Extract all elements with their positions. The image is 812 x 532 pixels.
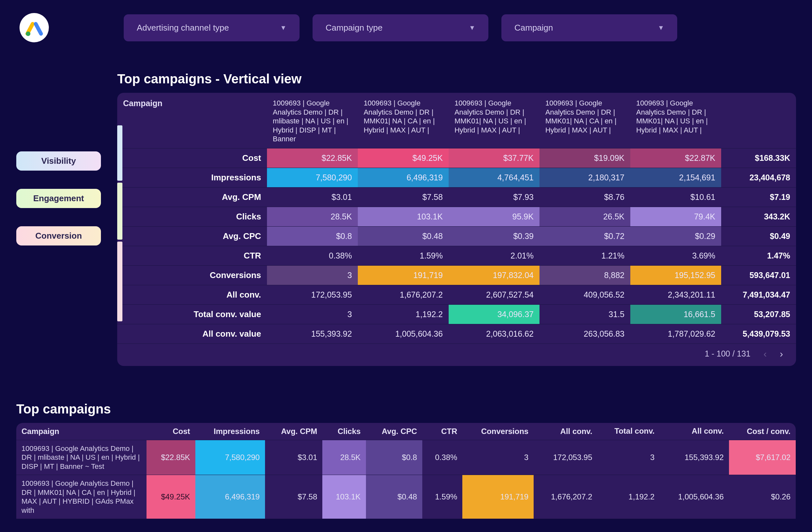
horizontal-campaign-table: Campaign Cost Impressions Avg. CPM Click…	[16, 423, 796, 519]
col-header[interactable]: 1009693 | Google Analytics Demo | DR | m…	[267, 93, 358, 148]
col-header[interactable]: 1009693 | Google Analytics Demo | DR | M…	[449, 93, 539, 148]
hcol[interactable]: All conv.	[534, 423, 597, 440]
filter-label: Campaign	[514, 23, 553, 33]
filter-label: Campaign type	[325, 23, 382, 33]
row-header-allconv: All conv.	[117, 285, 267, 304]
col-header[interactable]: 1009693 | Google Analytics Demo | DR | M…	[358, 93, 449, 148]
hcol[interactable]: All conv.	[659, 423, 729, 440]
row-header-cpc: Avg. CPC	[117, 226, 267, 246]
col-header[interactable]: 1009693 | Google Analytics Demo | DR | M…	[630, 93, 721, 148]
row-header-impressions: Impressions	[117, 168, 267, 187]
table-row: Clicks 28.5K 103.1K 95.9K 26.5K 79.4K 34…	[117, 207, 796, 226]
vertical-campaign-table: Campaign 1009693 | Google Analytics Demo…	[117, 93, 796, 366]
section-title-horizontal: Top campaigns	[16, 402, 812, 416]
table-row: Cost $22.85K $49.25K $37.77K $19.09K $22…	[117, 148, 796, 168]
row-header-cpm: Avg. CPM	[117, 187, 267, 207]
table-row: 1009693 | Google Analytics Demo | DR | m…	[16, 440, 796, 475]
filter-channel-type[interactable]: Advertising channel type ▼	[124, 14, 300, 41]
hcol[interactable]: Total conv.	[597, 423, 659, 440]
pager-range: 1 - 100 / 131	[705, 349, 751, 358]
category-bars	[117, 125, 122, 321]
filter-campaign[interactable]: Campaign ▼	[502, 14, 677, 41]
chevron-down-icon: ▼	[658, 24, 664, 32]
filter-label: Advertising channel type	[137, 23, 229, 33]
table-row: Conversions 3 191,719 197,832.04 8,882 1…	[117, 265, 796, 285]
hcol[interactable]: Clicks	[322, 423, 366, 440]
svg-point-0	[26, 32, 30, 36]
table-row: CTR 0.38% 1.59% 2.01% 1.21% 3.69% 1.47%	[117, 246, 796, 265]
row-header-acval: All conv. value	[117, 324, 267, 344]
table-row: 1009693 | Google Analytics Demo | DR | M…	[16, 475, 796, 519]
table-row: Avg. CPM $3.01 $7.58 $7.93 $8.76 $10.61 …	[117, 187, 796, 207]
row-header-tcval: Total conv. value	[117, 304, 267, 324]
category-pill-conversion: Conversion	[16, 226, 101, 245]
col-header-total	[721, 93, 796, 148]
hcol[interactable]: Cost / conv.	[729, 423, 796, 440]
table-row: All conv. 172,053.95 1,676,207.2 2,607,5…	[117, 285, 796, 304]
table-row: Total conv. value 3 1,192.2 34,096.37 31…	[117, 304, 796, 324]
filter-campaign-type[interactable]: Campaign type ▼	[313, 14, 488, 41]
row-header-clicks: Clicks	[117, 207, 267, 226]
campaign-name[interactable]: 1009693 | Google Analytics Demo | DR | M…	[16, 475, 146, 519]
chevron-down-icon: ▼	[469, 24, 475, 32]
category-pill-engagement: Engagement	[16, 189, 101, 208]
row-header-cost: Cost	[117, 148, 267, 168]
hcol[interactable]: Avg. CPC	[366, 423, 422, 440]
table-pager: 1 - 100 / 131 ‹ ›	[117, 344, 796, 366]
table-row: Impressions 7,580,290 6,496,319 4,764,45…	[117, 168, 796, 187]
pager-next-icon[interactable]: ›	[780, 348, 783, 359]
hcol[interactable]: Cost	[146, 423, 195, 440]
table-row: Avg. CPC $0.8 $0.48 $0.39 $0.72 $0.29 $0…	[117, 226, 796, 246]
section-title-vertical: Top campaigns - Vertical view	[117, 72, 812, 86]
category-pill-visibility: Visibility	[16, 152, 101, 171]
hcol[interactable]: Impressions	[195, 423, 265, 440]
google-ads-logo-icon	[19, 13, 49, 42]
row-header-ctr: CTR	[117, 246, 267, 265]
table-row: All conv. value 155,393.92 1,005,604.36 …	[117, 324, 796, 344]
row-header-conversions: Conversions	[117, 265, 267, 285]
hcol[interactable]: Campaign	[16, 423, 146, 440]
col-header-campaign[interactable]: Campaign	[117, 93, 267, 148]
hcol[interactable]: Avg. CPM	[265, 423, 323, 440]
col-header[interactable]: 1009693 | Google Analytics Demo | DR | M…	[539, 93, 630, 148]
chevron-down-icon: ▼	[280, 24, 287, 32]
campaign-name[interactable]: 1009693 | Google Analytics Demo | DR | m…	[16, 440, 146, 475]
pager-prev-icon[interactable]: ‹	[764, 348, 767, 359]
hcol[interactable]: CTR	[422, 423, 462, 440]
hcol[interactable]: Conversions	[462, 423, 534, 440]
